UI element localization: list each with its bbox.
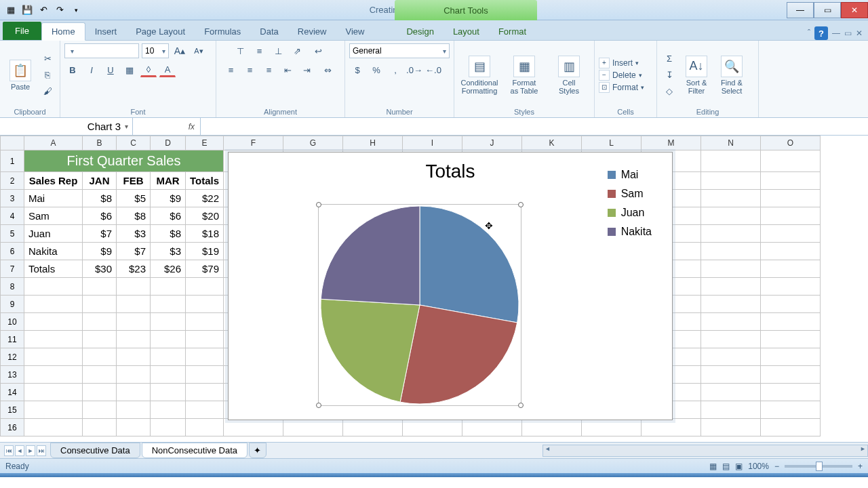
cell[interactable] <box>761 419 821 436</box>
sheet-nav-last[interactable]: ⏭ <box>37 445 46 456</box>
row-header[interactable]: 4 <box>0 207 24 225</box>
cell[interactable] <box>186 384 224 401</box>
cells-delete-button[interactable]: −Delete▾ <box>599 70 644 81</box>
cell[interactable] <box>701 150 761 172</box>
cell[interactable] <box>186 401 224 419</box>
sheet-nav-next[interactable]: ► <box>26 445 35 456</box>
plot-handle-ne[interactable] <box>518 202 524 207</box>
cell[interactable] <box>24 331 83 348</box>
cell[interactable]: $3 <box>117 225 151 243</box>
cell[interactable] <box>151 278 186 296</box>
cell[interactable]: $26 <box>151 260 186 278</box>
column-header[interactable]: N <box>701 136 761 150</box>
align-right-icon[interactable]: ≡ <box>261 62 277 77</box>
cell[interactable] <box>283 419 343 436</box>
cell[interactable] <box>642 419 701 436</box>
cell[interactable] <box>24 401 83 419</box>
cell[interactable] <box>117 313 151 331</box>
row-header[interactable]: 9 <box>0 296 24 313</box>
cell[interactable]: $8 <box>151 225 186 243</box>
sheet-nav-prev[interactable]: ◄ <box>15 445 24 456</box>
cell[interactable] <box>701 296 761 313</box>
workbook-minimize-icon[interactable]: — <box>832 28 840 38</box>
formula-input[interactable] <box>201 118 868 135</box>
cell[interactable] <box>24 348 83 366</box>
tab-data[interactable]: Data <box>250 23 288 40</box>
tab-layout[interactable]: Layout <box>443 23 489 40</box>
cell[interactable]: $19 <box>186 243 224 260</box>
cell[interactable] <box>761 260 821 278</box>
cell[interactable] <box>151 401 186 419</box>
cell[interactable] <box>761 172 821 190</box>
format-as-table-button[interactable]: ▦Format as Table <box>503 56 545 95</box>
cell[interactable] <box>186 348 224 366</box>
tab-format[interactable]: Format <box>489 23 536 40</box>
font-size-select[interactable]: 10 <box>142 43 169 58</box>
cell[interactable] <box>151 348 186 366</box>
fill-color-icon[interactable]: ◊ <box>140 62 157 77</box>
cell[interactable] <box>761 313 821 331</box>
zoom-out-button[interactable]: − <box>774 462 779 471</box>
cell[interactable] <box>761 331 821 348</box>
tab-page-layout[interactable]: Page Layout <box>126 23 195 40</box>
increase-decimal-icon[interactable]: .0→ <box>406 62 422 77</box>
legend-item[interactable]: Nakita <box>608 226 652 238</box>
cell[interactable]: $79 <box>186 260 224 278</box>
cell[interactable] <box>24 296 83 313</box>
row-header[interactable]: 15 <box>0 401 24 419</box>
border-icon[interactable]: ▦ <box>121 62 138 77</box>
sheet-tab-consecutive[interactable]: Consecutive Data <box>50 443 140 458</box>
cell[interactable]: Totals <box>24 260 83 278</box>
column-header[interactable]: M <box>642 136 701 150</box>
font-name-select[interactable] <box>64 43 139 58</box>
cell[interactable] <box>186 366 224 384</box>
cell[interactable] <box>83 313 117 331</box>
cell[interactable] <box>83 401 117 419</box>
tab-design[interactable]: Design <box>397 23 443 40</box>
conditional-formatting-button[interactable]: ▤Conditional Formatting <box>458 56 500 95</box>
cell[interactable]: $7 <box>83 225 117 243</box>
cell[interactable] <box>701 419 761 436</box>
cell[interactable] <box>117 348 151 366</box>
legend-item[interactable]: Juan <box>608 207 652 219</box>
cell[interactable] <box>761 207 821 225</box>
cell[interactable]: Sam <box>24 207 83 225</box>
column-header[interactable]: L <box>582 136 642 150</box>
comma-icon[interactable]: , <box>387 62 403 77</box>
cell[interactable] <box>701 348 761 366</box>
cell[interactable] <box>151 366 186 384</box>
chart-legend[interactable]: MaiSamJuanNakita <box>608 169 652 245</box>
tab-home[interactable]: Home <box>41 22 85 41</box>
cell[interactable] <box>761 150 821 172</box>
column-header[interactable]: B <box>83 136 117 150</box>
cell[interactable] <box>701 243 761 260</box>
cell[interactable]: $30 <box>83 260 117 278</box>
align-center-icon[interactable]: ≡ <box>242 62 258 77</box>
plot-handle-nw[interactable] <box>316 202 321 207</box>
cell[interactable] <box>701 260 761 278</box>
maximize-button[interactable]: ▭ <box>814 2 841 18</box>
row-header[interactable]: 8 <box>0 278 24 296</box>
cell[interactable]: Sales Rep <box>24 172 83 190</box>
fx-button[interactable]: fx <box>133 118 201 135</box>
cell[interactable] <box>83 419 117 436</box>
cell[interactable] <box>151 331 186 348</box>
minimize-button[interactable]: — <box>787 2 814 18</box>
cell[interactable] <box>83 348 117 366</box>
cell[interactable] <box>701 207 761 225</box>
cell[interactable] <box>761 384 821 401</box>
cell[interactable] <box>117 401 151 419</box>
row-header[interactable]: 6 <box>0 243 24 260</box>
cell[interactable] <box>151 313 186 331</box>
cell[interactable] <box>343 419 403 436</box>
row-header[interactable]: 16 <box>0 419 24 436</box>
cell[interactable] <box>761 296 821 313</box>
cell[interactable] <box>151 296 186 313</box>
shrink-font-icon[interactable]: A▾ <box>191 43 207 58</box>
row-header[interactable]: 11 <box>0 331 24 348</box>
cell[interactable] <box>83 278 117 296</box>
cell[interactable] <box>151 384 186 401</box>
cell[interactable] <box>701 384 761 401</box>
new-sheet-button[interactable]: ✦ <box>249 443 267 458</box>
zoom-slider[interactable] <box>785 465 852 468</box>
